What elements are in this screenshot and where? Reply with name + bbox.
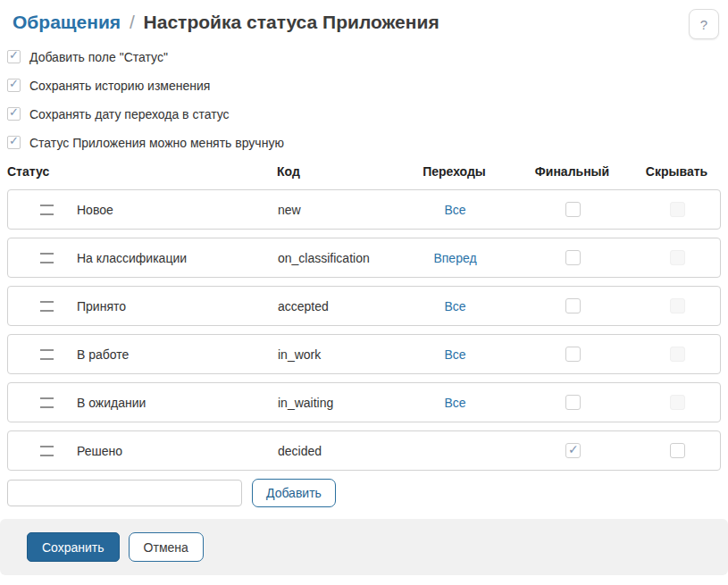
option-label: Сохранять историю изменения: [29, 79, 210, 93]
status-name: В ожидании: [77, 396, 265, 410]
transitions-link[interactable]: Вперед: [433, 251, 476, 265]
final-checkbox[interactable]: [565, 395, 581, 410]
drag-handle[interactable]: [8, 397, 77, 408]
column-header-final: Финальный: [512, 164, 632, 179]
option-label: Сохранять дату перехода в статус: [29, 107, 230, 121]
drag-handle[interactable]: [8, 301, 77, 312]
checkbox-icon[interactable]: [7, 136, 21, 149]
status-name: На классификации: [77, 251, 265, 265]
column-header-status: Статус: [7, 164, 264, 179]
status-code: on_classification: [265, 251, 397, 265]
page-title: Настройка статуса Приложения: [144, 12, 439, 32]
column-header-transitions: Переходы: [397, 164, 512, 179]
drag-handle-icon: [40, 397, 54, 408]
cancel-button[interactable]: Отмена: [129, 532, 204, 562]
table-row: Решено decided: [7, 430, 721, 471]
breadcrumb-separator: /: [130, 12, 135, 32]
status-name: Новое: [77, 203, 265, 217]
hide-checkbox: [670, 395, 685, 410]
checkbox-icon[interactable]: [7, 107, 21, 121]
footer-bar: Сохранить Отмена: [0, 519, 728, 575]
hide-checkbox: [670, 347, 685, 362]
drag-handle[interactable]: [8, 253, 77, 263]
table-row: Новое new Все: [7, 189, 721, 230]
topbar: Обращения / Настройка статуса Приложения…: [0, 0, 728, 39]
option-row[interactable]: Сохранять дату перехода в статус: [7, 107, 728, 121]
status-code: new: [265, 203, 397, 217]
breadcrumb-link-appeals[interactable]: Обращения: [13, 12, 121, 32]
status-code: in_waiting: [265, 396, 397, 410]
options-list: Добавить поле "Статус" Сохранять историю…: [7, 50, 728, 149]
statuses-table: Статус Код Переходы Финальный Скрывать Н…: [7, 164, 721, 471]
option-row[interactable]: Добавить поле "Статус": [7, 50, 728, 63]
final-checkbox[interactable]: [565, 298, 581, 313]
table-row: В работе in_work Все: [7, 334, 721, 374]
hide-checkbox: [670, 298, 685, 313]
status-name: Принято: [77, 299, 265, 313]
transitions-link[interactable]: Все: [444, 396, 465, 410]
drag-handle-icon: [40, 446, 54, 456]
final-checkbox[interactable]: [565, 250, 581, 265]
transitions-link[interactable]: Все: [444, 347, 465, 362]
status-name: Решено: [77, 444, 265, 458]
table-header: Статус Код Переходы Финальный Скрывать: [7, 164, 721, 179]
transitions-link[interactable]: Все: [444, 203, 465, 217]
drag-handle[interactable]: [8, 446, 77, 456]
drag-handle[interactable]: [8, 205, 77, 215]
option-label: Статус Приложения можно менять вручную: [29, 136, 284, 150]
question-mark-icon: ?: [700, 17, 707, 32]
final-checkbox[interactable]: [565, 347, 581, 362]
option-row[interactable]: Сохранять историю изменения: [7, 79, 728, 92]
option-label: Добавить поле "Статус": [29, 50, 168, 64]
breadcrumb: Обращения / Настройка статуса Приложения: [13, 9, 439, 33]
transitions-link[interactable]: Все: [444, 299, 465, 313]
drag-handle-icon: [40, 349, 54, 360]
hide-checkbox[interactable]: [670, 443, 685, 458]
drag-handle-icon: [40, 253, 54, 263]
help-button[interactable]: ?: [689, 9, 719, 39]
save-button[interactable]: Сохранить: [27, 532, 120, 562]
add-status-row: Добавить: [7, 479, 728, 507]
drag-handle[interactable]: [8, 349, 77, 360]
status-code: accepted: [265, 299, 397, 313]
final-checkbox[interactable]: [565, 443, 581, 458]
final-checkbox[interactable]: [565, 202, 581, 217]
hide-checkbox: [670, 250, 685, 265]
add-status-button[interactable]: Добавить: [252, 479, 336, 507]
status-code: in_work: [265, 347, 397, 362]
drag-handle-icon: [40, 205, 54, 215]
new-status-input[interactable]: [7, 480, 242, 506]
option-row[interactable]: Статус Приложения можно менять вручную: [7, 136, 728, 149]
status-code: decided: [265, 444, 397, 458]
table-row: В ожидании in_waiting Все: [7, 382, 721, 422]
column-header-hide: Скрывать: [632, 164, 721, 179]
table-row: На классификации on_classification Впере…: [7, 238, 721, 278]
checkbox-icon[interactable]: [7, 50, 21, 63]
status-settings-page: { "header": { "breadcrumb": "Обращения",…: [0, 0, 728, 585]
column-header-code: Код: [264, 164, 397, 179]
table-body: Новое new Все На классификации on_classi…: [7, 189, 721, 471]
table-row: Принято accepted Все: [7, 286, 721, 326]
hide-checkbox: [670, 202, 685, 217]
checkbox-icon[interactable]: [7, 79, 21, 92]
drag-handle-icon: [40, 301, 54, 312]
status-name: В работе: [77, 347, 265, 362]
